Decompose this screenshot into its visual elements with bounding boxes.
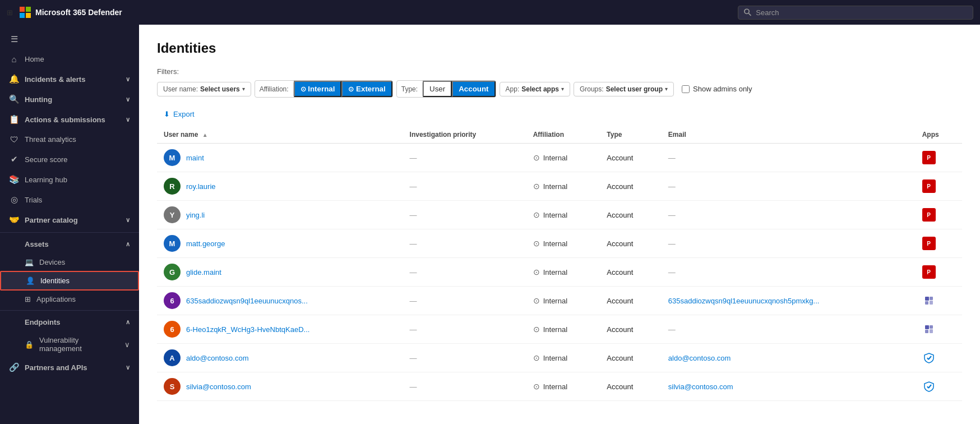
cell-type: Account [600,172,661,201]
username-link[interactable]: aldo@contoso.com [186,354,248,362]
cell-investigation: — [403,172,526,201]
username-link[interactable]: matt.george [186,239,225,248]
type-filter: Type: User Account [396,80,496,98]
type-value: Account [607,354,633,362]
layout: ☰ ⌂ Home 🔔 Incidents & alerts ∨ 🔍 Huntin… [0,25,980,424]
cell-affiliation: ⊙ Internal [526,372,600,401]
export-icon: ⬇ [164,110,170,118]
username-link[interactable]: roy.laurie [186,182,216,191]
col-affiliation[interactable]: Affiliation [526,126,600,144]
affiliation-external-btn[interactable]: ⊙ External [341,81,392,97]
username-link[interactable]: silvia@contoso.com [186,382,251,391]
avatar: M [164,149,181,166]
col-email[interactable]: Email [662,126,916,144]
sidebar-item-applications[interactable]: ⊞ Applications [0,291,139,308]
apps-icon: ⊞ [25,295,31,303]
username-link[interactable]: 6-Heo1zqkR_WcHg3-HveNbtqKaeD... [186,325,309,334]
username-filter-value: Select users [200,85,240,93]
email-link[interactable]: silvia@contoso.com [668,382,733,391]
cell-email: silvia@contoso.com [662,372,916,401]
col-type[interactable]: Type [600,126,661,144]
svg-line-15 [928,356,931,360]
sidebar-collapse[interactable]: ☰ [0,29,139,49]
username-link[interactable]: maint [186,154,204,162]
sort-icon: ▲ [202,132,208,138]
sidebar-section-endpoints[interactable]: Endpoints ∧ [0,313,139,331]
cell-type: Account [600,144,661,172]
sidebar-item-threat[interactable]: 🛡 Threat analytics [0,130,139,149]
investigation-value: — [410,382,417,391]
groups-filter[interactable]: Groups: Select user group ▾ [574,82,674,96]
teams-app-icon [922,322,936,336]
sidebar-item-vuln[interactable]: 🔒 Vulnerability management ∨ [0,331,139,357]
sidebar-item-partner[interactable]: 🤝 Partner catalog ∨ [0,210,139,230]
table-row: 6 635saddiozwqsn9ql1eeuunucxqnos... — ⊙ … [157,287,962,315]
collapse-icon: ☰ [9,34,19,44]
email-value: — [668,154,676,162]
avatar: M [164,235,181,252]
cell-username: M maint [157,144,403,172]
svg-rect-12 [925,330,928,333]
show-admins-checkbox[interactable] [682,85,690,93]
username-link[interactable]: glide.maint [186,268,221,276]
affiliation-internal-btn[interactable]: ⊙ Internal [294,81,342,97]
svg-rect-9 [930,301,933,305]
email-value: — [668,211,676,219]
app-filter[interactable]: App: Select apps ▾ [500,82,570,96]
email-link[interactable]: aldo@contoso.com [668,354,731,362]
home-icon: ⌂ [9,54,19,64]
app-filter-key: App: [506,85,520,93]
email-link[interactable]: 635saddiozwqsn9ql1eeuunucxqnosh5pmxkg... [668,297,820,305]
cell-type: Account [600,201,661,229]
devices-icon: 💻 [25,258,34,266]
sidebar-item-home[interactable]: ⌂ Home [0,49,139,69]
sidebar-section-label: Endpoints [25,318,120,326]
username-filter-key: User name: [163,85,198,93]
cell-username: 6 635saddiozwqsn9ql1eeuunucxqnos... [157,287,403,315]
type-user-btn[interactable]: User [423,81,452,97]
col-investigation[interactable]: Investigation priority [403,126,526,144]
partner-icon: 🤝 [9,215,19,225]
cell-email: — [662,172,916,201]
defender-app-icon [922,351,936,365]
username-filter[interactable]: User name: Select users ▾ [157,82,251,96]
divider [0,310,139,311]
sidebar-item-identities[interactable]: 👤 Identities [0,271,139,291]
svg-rect-6 [925,297,929,301]
type-account-btn[interactable]: Account [452,81,495,97]
waffle-icon[interactable]: ⊞ [7,8,13,17]
col-apps[interactable]: Apps [916,126,962,144]
external-icon: ⊙ [348,85,354,93]
identities-table: User name ▲ Investigation priority Affil… [157,126,962,401]
col-username[interactable]: User name ▲ [157,126,403,144]
cell-affiliation: ⊙ Internal [526,344,600,372]
avatar: A [164,349,181,366]
sidebar-item-incidents[interactable]: 🔔 Incidents & alerts ∨ [0,69,139,89]
affiliation-value: Internal [543,325,567,334]
chevron-down-icon: ∨ [126,116,130,123]
investigation-value: — [410,182,417,191]
cell-affiliation: ⊙ Internal [526,315,600,344]
avatar: G [164,264,181,280]
show-admins-filter[interactable]: Show admins only [682,85,752,93]
cell-email: aldo@contoso.com [662,344,916,372]
investigation-value: — [410,297,417,305]
sidebar-item-learning[interactable]: 📚 Learning hub [0,169,139,190]
sidebar-item-secure[interactable]: ✔ Secure score [0,149,139,169]
username-link[interactable]: 635saddiozwqsn9ql1eeuunucxqnos... [186,297,308,305]
cell-username: A aldo@contoso.com [157,344,403,372]
sidebar-item-devices[interactable]: 💻 Devices [0,254,139,271]
sidebar: ☰ ⌂ Home 🔔 Incidents & alerts ∨ 🔍 Huntin… [0,25,139,424]
chevron-up-icon: ∧ [126,319,130,326]
search-bar[interactable] [738,6,973,20]
username-link[interactable]: ying.li [186,211,205,219]
sidebar-item-actions[interactable]: 📋 Actions & submissions ∨ [0,109,139,130]
sidebar-item-partners-apis[interactable]: 🔗 Partners and APIs ∨ [0,357,139,377]
sidebar-item-hunting[interactable]: 🔍 Hunting ∨ [0,89,139,109]
export-button[interactable]: ⬇ Export [157,107,201,122]
sidebar-item-trials[interactable]: ◎ Trials [0,190,139,210]
search-input[interactable] [756,8,967,17]
cell-email: — [662,144,916,172]
sidebar-section-assets[interactable]: Assets ∧ [0,235,139,254]
email-value: — [668,239,676,248]
